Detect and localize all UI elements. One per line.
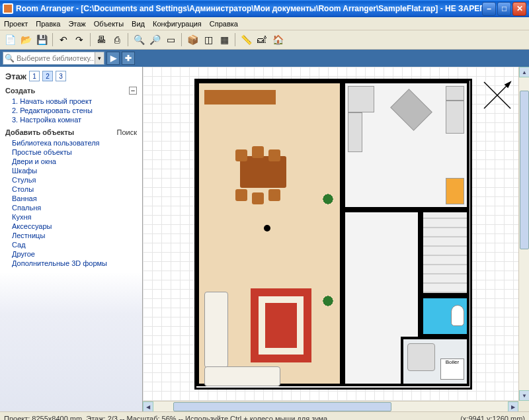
menu-edit[interactable]: Правка: [36, 20, 60, 28]
lib-user[interactable]: Библиотека пользователя: [5, 138, 137, 147]
create-list: Начать новый проект Редактировать стены …: [5, 97, 137, 124]
maximize-button[interactable]: □: [497, 2, 511, 16]
close-button[interactable]: ✕: [512, 2, 526, 16]
menu-project[interactable]: Проект: [4, 20, 28, 28]
lib-simple[interactable]: Простые объекты: [5, 147, 137, 157]
lib-bath[interactable]: Ванная: [5, 194, 137, 203]
room-stairwell[interactable]: [421, 210, 469, 296]
sofa[interactable]: [204, 366, 280, 386]
export-button[interactable]: ⎙: [110, 32, 124, 47]
zoom-fit-button[interactable]: ▭: [163, 32, 178, 47]
floor-1[interactable]: 1: [29, 71, 40, 81]
chair[interactable]: [252, 146, 264, 158]
room-kitchen[interactable]: [343, 81, 469, 210]
lib-accessories[interactable]: Аксессуары: [5, 222, 137, 231]
counter[interactable]: [446, 101, 464, 134]
create-item-rooms[interactable]: Настройка комнат: [5, 115, 137, 124]
cabinet[interactable]: [204, 90, 276, 105]
plant[interactable]: [322, 193, 334, 205]
zoom-out-button[interactable]: 🔎: [147, 32, 162, 47]
lib-tables[interactable]: Столы: [5, 185, 137, 194]
chevron-down-icon[interactable]: ▾: [95, 52, 104, 64]
room-shower[interactable]: Boiler: [401, 337, 469, 386]
menu-floor[interactable]: Этаж: [68, 20, 85, 28]
scroll-right-icon[interactable]: ▶: [508, 401, 518, 411]
minimize-button[interactable]: –: [482, 2, 496, 16]
sink[interactable]: [390, 89, 432, 131]
menubar: Проект Правка Этаж Объекты Вид Конфигура…: [0, 17, 529, 30]
stairs[interactable]: [423, 212, 467, 293]
vertical-scrollbar[interactable]: ▲ ▼: [518, 67, 529, 401]
collapse-icon[interactable]: −: [129, 87, 137, 95]
floor-2[interactable]: 2: [42, 71, 53, 81]
create-item-new[interactable]: Начать новый проект: [5, 97, 137, 106]
plant[interactable]: [322, 295, 334, 307]
go-button[interactable]: ▶: [106, 52, 120, 65]
chair[interactable]: [268, 189, 280, 201]
measure-button[interactable]: 📏: [239, 32, 253, 47]
furniture-button[interactable]: 🛋: [255, 32, 269, 47]
library-input[interactable]: [15, 52, 95, 64]
counter[interactable]: [348, 86, 374, 112]
room-living[interactable]: [196, 81, 343, 386]
lib-bedroom[interactable]: Спальня: [5, 203, 137, 212]
print-button[interactable]: 🖶: [94, 32, 108, 47]
sofa[interactable]: [204, 292, 228, 368]
lib-stairs[interactable]: Лестницы: [5, 231, 137, 240]
addobj-search-link[interactable]: Поиск: [117, 128, 137, 136]
menu-view[interactable]: Вид: [132, 20, 145, 28]
scroll-left-icon[interactable]: ◀: [143, 401, 153, 411]
fridge[interactable]: [446, 178, 464, 204]
boiler[interactable]: Boiler: [440, 358, 464, 380]
menu-config[interactable]: Конфигурация: [153, 20, 202, 28]
chair[interactable]: [235, 149, 247, 161]
compass-icon: [479, 77, 516, 114]
shower-tray[interactable]: [407, 343, 435, 371]
home-button[interactable]: 🏠: [270, 32, 285, 47]
object-dot[interactable]: [264, 225, 270, 231]
floorplan[interactable]: Boiler: [194, 79, 472, 390]
menu-objects[interactable]: Объекты: [94, 20, 124, 28]
redo-button[interactable]: ↷: [72, 32, 87, 47]
lib-3dshapes[interactable]: Дополнительные 3D формы: [5, 259, 137, 268]
add-button[interactable]: ✚: [122, 52, 135, 65]
menu-help[interactable]: Справка: [210, 20, 238, 28]
library-toolbar: 🔍 ▾ ▶ ✚: [0, 50, 529, 67]
open-button[interactable]: 📂: [19, 32, 33, 47]
create-title: Создать: [5, 87, 35, 95]
status-coords: (x:9941 y:1260 mm): [460, 415, 525, 421]
walls-button[interactable]: ◫: [201, 32, 216, 47]
canvas[interactable]: Boiler ▲ ▼ ◀ ▶: [143, 67, 529, 411]
counter[interactable]: [348, 112, 362, 152]
counter[interactable]: [446, 86, 464, 101]
chair[interactable]: [252, 192, 264, 204]
scroll-thumb[interactable]: [173, 402, 391, 411]
undo-button[interactable]: ↶: [56, 32, 71, 47]
zoom-in-button[interactable]: 🔍: [132, 32, 146, 47]
carpet[interactable]: [251, 288, 311, 362]
floor-selector: Этаж 1 2 3: [5, 71, 137, 81]
chair[interactable]: [268, 149, 280, 161]
lib-garden[interactable]: Сад: [5, 240, 137, 249]
toilet[interactable]: [451, 305, 464, 326]
lib-doors[interactable]: Двери и окна: [5, 157, 137, 166]
room-bath[interactable]: [421, 296, 469, 337]
rooms-button[interactable]: ▦: [217, 32, 231, 47]
scroll-thumb[interactable]: [520, 91, 529, 249]
lib-wardrobes[interactable]: Шкафы: [5, 166, 137, 175]
lib-kitchen[interactable]: Кухня: [5, 212, 137, 222]
lib-other[interactable]: Другое: [5, 249, 137, 259]
create-item-walls[interactable]: Редактировать стены: [5, 106, 137, 115]
library-select[interactable]: 🔍 ▾: [3, 52, 104, 65]
lib-chairs[interactable]: Стулья: [5, 175, 137, 185]
save-button[interactable]: 💾: [34, 32, 49, 47]
scroll-down-icon[interactable]: ▼: [519, 390, 529, 401]
sidebar: Этаж 1 2 3 Создать − Начать новый проект…: [0, 67, 143, 411]
floor-3[interactable]: 3: [56, 71, 66, 81]
view3d-button[interactable]: 📦: [185, 32, 200, 47]
scroll-up-icon[interactable]: ▲: [519, 67, 529, 77]
new-button[interactable]: 📄: [3, 32, 17, 47]
horizontal-scrollbar[interactable]: ◀ ▶: [143, 401, 518, 411]
titlebar: Room Arranger - [C:\Documents and Settin…: [0, 0, 529, 17]
chair[interactable]: [235, 189, 247, 201]
